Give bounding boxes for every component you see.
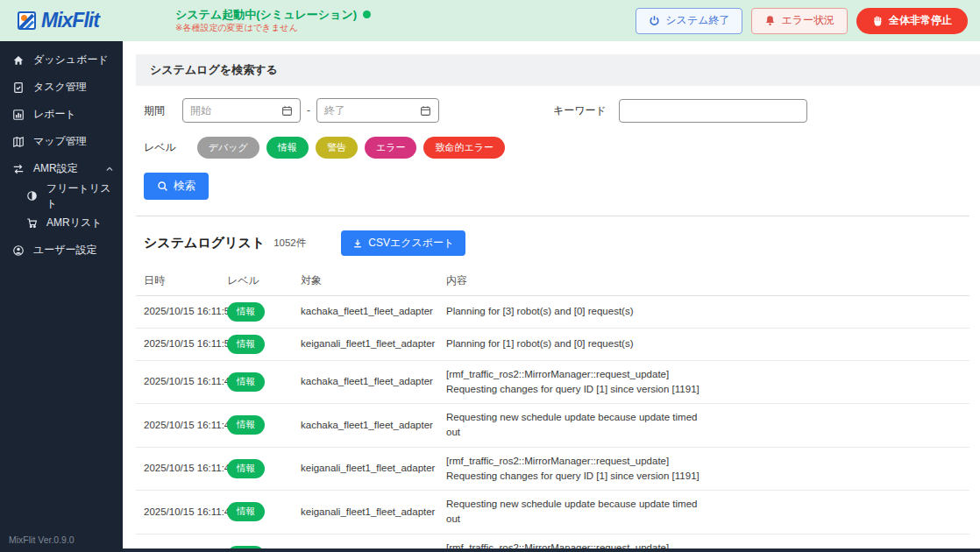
period-label: 期間 (144, 103, 165, 118)
sidebar-label: AMR設定 (33, 161, 78, 176)
log-datetime: 2025/10/15 16:11:47 (136, 447, 219, 491)
column-header-datetime: 日時 (136, 268, 219, 296)
start-date-placeholder: 開始 (190, 103, 211, 118)
logo-text: MixFlit (41, 9, 99, 32)
sidebar-item-fleet-list[interactable]: フリートリスト (0, 182, 123, 209)
keyword-label: キーワード (553, 103, 607, 118)
log-list-header: システムログリスト 1052件 CSVエクスポート (144, 230, 980, 256)
app-logo[interactable]: MixFlit (0, 9, 175, 32)
column-header-target: 対象 (293, 268, 438, 296)
amr-list-icon (26, 217, 38, 229)
column-header-content: 内容 (438, 268, 969, 296)
power-icon (649, 15, 660, 26)
main-content: システムログを検索する 期間 開始 - 終了 キーワード レベル デバッグ 情報… (123, 41, 980, 552)
log-table-row[interactable]: 2025/10/15 16:11:47 情報 kachaka_fleet1_fl… (136, 360, 969, 404)
hand-icon (872, 15, 884, 26)
sidebar-item-amr-settings[interactable]: AMR設定 (0, 155, 123, 182)
error-status-button[interactable]: エラー状況 (751, 8, 848, 34)
log-level-badge: 情報 (227, 459, 265, 478)
log-level-badge: 情報 (227, 415, 265, 435)
download-icon (352, 238, 363, 249)
fleet-icon (26, 190, 38, 202)
end-date-input[interactable]: 終了 (316, 98, 439, 123)
log-target: keiganali_fleet1_fleet_adapter (293, 328, 438, 360)
app-version: MixFlit Ver.0.9.0 (9, 534, 75, 545)
amr-settings-icon (12, 163, 25, 175)
calendar-icon (420, 105, 431, 117)
header-buttons: システム終了 エラー状況 全体非常停止 (636, 8, 980, 34)
log-target: kachaka_fleet1_fleet_adapter (293, 360, 438, 404)
report-icon (12, 109, 25, 121)
log-datetime: 2025/10/15 16:11:58 (136, 328, 219, 360)
log-table-row[interactable]: 2025/10/15 16:11:47 情報 keiganali_fleet1_… (136, 491, 969, 534)
sidebar-item-dashboard[interactable]: ダッシュボード (0, 46, 123, 74)
level-filter-fatal[interactable]: 致命的エラー (423, 137, 505, 159)
log-level-badge: 情報 (227, 335, 265, 354)
level-label: レベル (144, 140, 176, 155)
sidebar: ダッシュボード タスク管理 レポート マップ管理 (0, 41, 123, 552)
sidebar-item-maps[interactable]: マップ管理 (0, 128, 123, 155)
sidebar-label: レポート (33, 107, 76, 122)
period-row: 期間 開始 - 終了 キーワード (144, 98, 980, 123)
system-status: システム起動中(シミュレーション) ※各種設定の変更はできません (175, 8, 371, 34)
log-table-row[interactable]: 2025/10/15 16:11:47 情報 kachaka_fleet1_fl… (136, 404, 969, 448)
sidebar-item-reports[interactable]: レポート (0, 101, 123, 128)
system-status-title: システム起動中(シミュレーション) (175, 8, 357, 22)
section-divider (136, 216, 969, 216)
emergency-stop-button[interactable]: 全体非常停止 (856, 8, 968, 34)
level-filter-debug[interactable]: デバッグ (197, 137, 259, 159)
log-level-badge: 情報 (227, 502, 265, 521)
sidebar-item-tasks[interactable]: タスク管理 (0, 74, 123, 101)
log-content: [rmf_traffic_ros2::MirrorManager::reques… (446, 454, 705, 485)
log-table-row[interactable]: 2025/10/15 16:11:47 情報 keiganali_fleet1_… (136, 447, 969, 491)
log-target: kachaka_fleet1_fleet_adapter (293, 404, 438, 448)
keyword-input[interactable] (619, 99, 807, 123)
date-separator: - (307, 104, 310, 117)
calendar-icon (281, 105, 293, 117)
sidebar-label: ユーザー設定 (33, 243, 97, 258)
search-icon (157, 180, 168, 192)
sidebar-label: フリートリスト (46, 181, 114, 211)
bottom-bar (123, 548, 980, 552)
log-datetime: 2025/10/15 16:11:47 (136, 491, 219, 534)
level-filter-error[interactable]: エラー (365, 137, 417, 159)
log-list-count: 1052件 (273, 237, 306, 250)
sidebar-item-user-settings[interactable]: ユーザー設定 (0, 237, 123, 264)
map-icon (12, 136, 25, 148)
log-content: Planning for [1] robot(s) and [0] reques… (446, 336, 705, 351)
log-table-row[interactable]: 2025/10/15 16:11:58 情報 kachaka_fleet1_fl… (136, 296, 969, 329)
status-dot-icon (363, 11, 371, 18)
sidebar-item-amr-list[interactable]: AMRリスト (0, 209, 123, 237)
log-table-row[interactable]: 2025/10/15 16:11:58 情報 keiganali_fleet1_… (136, 328, 969, 360)
chevron-up-icon (105, 165, 114, 173)
home-icon (12, 54, 25, 67)
log-datetime: 2025/10/15 16:11:47 (136, 404, 219, 448)
log-content: [rmf_traffic_ros2::MirrorManager::reques… (446, 367, 705, 398)
shutdown-label: システム終了 (665, 13, 729, 28)
log-level-badge: 情報 (227, 372, 265, 392)
sidebar-label: タスク管理 (33, 80, 87, 95)
log-content: Requesting new schedule update because u… (446, 410, 705, 441)
level-filter-info[interactable]: 情報 (266, 137, 309, 159)
mixflit-logo-icon (18, 11, 36, 30)
end-date-placeholder: 終了 (324, 103, 345, 118)
error-status-label: エラー状況 (781, 13, 834, 28)
search-button-label: 検索 (174, 179, 195, 194)
log-datetime: 2025/10/15 16:11:47 (136, 360, 219, 404)
start-date-input[interactable]: 開始 (182, 98, 301, 123)
log-level-badge: 情報 (227, 302, 265, 322)
log-target: keiganali_fleet1_fleet_adapter (293, 447, 438, 491)
user-icon (12, 244, 25, 257)
level-filter-warning[interactable]: 警告 (316, 137, 358, 159)
level-row: レベル デバッグ 情報 警告 エラー 致命的エラー (144, 137, 980, 159)
log-datetime: 2025/10/15 16:11:58 (136, 296, 219, 329)
app-header: MixFlit システム起動中(シミュレーション) ※各種設定の変更はできません… (0, 0, 980, 41)
bell-icon (764, 15, 776, 26)
search-button[interactable]: 検索 (144, 173, 209, 200)
system-shutdown-button[interactable]: システム終了 (636, 8, 742, 34)
csv-export-label: CSVエクスポート (368, 236, 454, 251)
search-panel-title: システムログを検索する (136, 54, 980, 86)
log-content: Requesting new schedule update because u… (446, 497, 705, 527)
sidebar-label: AMRリスト (46, 216, 103, 230)
csv-export-button[interactable]: CSVエクスポート (341, 230, 465, 256)
